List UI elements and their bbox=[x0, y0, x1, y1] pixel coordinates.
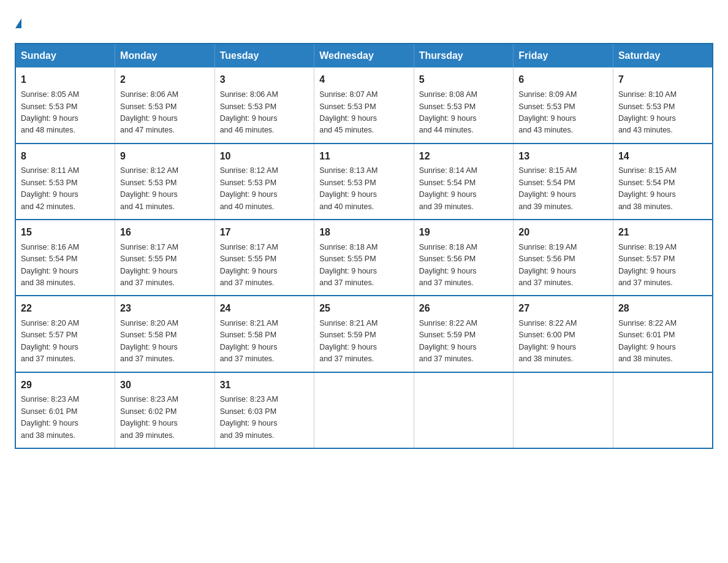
day-info: Sunrise: 8:16 AMSunset: 5:54 PMDaylight:… bbox=[21, 242, 110, 289]
calendar-cell: 4Sunrise: 8:07 AMSunset: 5:53 PMDaylight… bbox=[314, 67, 414, 143]
calendar-cell: 20Sunrise: 8:19 AMSunset: 5:56 PMDayligh… bbox=[514, 220, 613, 296]
day-info: Sunrise: 8:23 AMSunset: 6:03 PMDaylight:… bbox=[220, 394, 309, 442]
calendar-week-row: 15Sunrise: 8:16 AMSunset: 5:54 PMDayligh… bbox=[15, 220, 713, 296]
day-info: Sunrise: 8:09 AMSunset: 5:53 PMDaylight:… bbox=[518, 89, 608, 137]
weekday-header-tuesday: Tuesday bbox=[214, 44, 314, 67]
day-number: 20 bbox=[518, 225, 608, 240]
day-number: 26 bbox=[419, 301, 509, 316]
day-number: 10 bbox=[220, 149, 309, 164]
calendar-cell bbox=[314, 372, 414, 448]
day-number: 29 bbox=[21, 378, 110, 393]
calendar-cell: 15Sunrise: 8:16 AMSunset: 5:54 PMDayligh… bbox=[15, 220, 115, 296]
calendar-cell: 2Sunrise: 8:06 AMSunset: 5:53 PMDaylight… bbox=[115, 67, 215, 143]
logo-triangle bbox=[15, 18, 21, 28]
calendar-cell: 28Sunrise: 8:22 AMSunset: 6:01 PMDayligh… bbox=[613, 296, 713, 372]
day-number: 28 bbox=[618, 301, 707, 316]
day-number: 1 bbox=[21, 72, 110, 88]
page-header bbox=[15, 15, 713, 31]
calendar-table: SundayMondayTuesdayWednesdayThursdayFrid… bbox=[15, 43, 713, 448]
day-info: Sunrise: 8:18 AMSunset: 5:55 PMDaylight:… bbox=[319, 242, 409, 289]
day-info: Sunrise: 8:19 AMSunset: 5:56 PMDaylight:… bbox=[518, 242, 608, 289]
day-info: Sunrise: 8:18 AMSunset: 5:56 PMDaylight:… bbox=[419, 242, 509, 289]
day-number: 15 bbox=[21, 225, 110, 240]
day-info: Sunrise: 8:05 AMSunset: 5:53 PMDaylight:… bbox=[21, 89, 110, 137]
day-info: Sunrise: 8:20 AMSunset: 5:57 PMDaylight:… bbox=[21, 318, 110, 366]
calendar-cell: 31Sunrise: 8:23 AMSunset: 6:03 PMDayligh… bbox=[214, 372, 314, 448]
calendar-cell: 5Sunrise: 8:08 AMSunset: 5:53 PMDaylight… bbox=[414, 67, 514, 143]
day-number: 17 bbox=[220, 225, 309, 240]
calendar-cell: 3Sunrise: 8:06 AMSunset: 5:53 PMDaylight… bbox=[214, 67, 314, 143]
weekday-header-saturday: Saturday bbox=[613, 44, 713, 67]
calendar-cell: 19Sunrise: 8:18 AMSunset: 5:56 PMDayligh… bbox=[414, 220, 514, 296]
day-info: Sunrise: 8:23 AMSunset: 6:02 PMDaylight:… bbox=[120, 394, 210, 442]
calendar-cell: 7Sunrise: 8:10 AMSunset: 5:53 PMDaylight… bbox=[613, 67, 713, 143]
calendar-cell bbox=[514, 372, 613, 448]
day-number: 14 bbox=[618, 149, 707, 164]
day-number: 16 bbox=[120, 225, 210, 240]
calendar-cell: 21Sunrise: 8:19 AMSunset: 5:57 PMDayligh… bbox=[613, 220, 713, 296]
day-info: Sunrise: 8:06 AMSunset: 5:53 PMDaylight:… bbox=[120, 89, 210, 137]
weekday-header-friday: Friday bbox=[514, 44, 613, 67]
calendar-cell: 12Sunrise: 8:14 AMSunset: 5:54 PMDayligh… bbox=[414, 144, 514, 220]
day-info: Sunrise: 8:15 AMSunset: 5:54 PMDaylight:… bbox=[618, 165, 707, 213]
day-number: 9 bbox=[120, 149, 210, 164]
day-number: 4 bbox=[319, 72, 409, 88]
calendar-cell bbox=[414, 372, 514, 448]
calendar-body: 1Sunrise: 8:05 AMSunset: 5:53 PMDaylight… bbox=[15, 67, 713, 448]
calendar-cell: 22Sunrise: 8:20 AMSunset: 5:57 PMDayligh… bbox=[15, 296, 115, 372]
calendar-cell: 18Sunrise: 8:18 AMSunset: 5:55 PMDayligh… bbox=[314, 220, 414, 296]
day-info: Sunrise: 8:19 AMSunset: 5:57 PMDaylight:… bbox=[618, 242, 707, 289]
day-number: 13 bbox=[518, 149, 608, 164]
weekday-header-monday: Monday bbox=[115, 44, 215, 67]
day-number: 8 bbox=[21, 149, 110, 164]
day-info: Sunrise: 8:15 AMSunset: 5:54 PMDaylight:… bbox=[518, 165, 608, 213]
calendar-cell: 24Sunrise: 8:21 AMSunset: 5:58 PMDayligh… bbox=[214, 296, 314, 372]
day-number: 19 bbox=[419, 225, 509, 240]
day-number: 2 bbox=[120, 72, 210, 88]
calendar-week-row: 1Sunrise: 8:05 AMSunset: 5:53 PMDaylight… bbox=[15, 67, 713, 143]
day-number: 3 bbox=[220, 72, 309, 88]
calendar-cell: 27Sunrise: 8:22 AMSunset: 6:00 PMDayligh… bbox=[514, 296, 613, 372]
day-info: Sunrise: 8:17 AMSunset: 5:55 PMDaylight:… bbox=[220, 242, 309, 289]
day-number: 30 bbox=[120, 378, 210, 393]
day-number: 12 bbox=[419, 149, 509, 164]
day-info: Sunrise: 8:21 AMSunset: 5:58 PMDaylight:… bbox=[220, 318, 309, 366]
day-info: Sunrise: 8:11 AMSunset: 5:53 PMDaylight:… bbox=[21, 165, 110, 213]
calendar-cell: 30Sunrise: 8:23 AMSunset: 6:02 PMDayligh… bbox=[115, 372, 215, 448]
calendar-cell: 1Sunrise: 8:05 AMSunset: 5:53 PMDaylight… bbox=[15, 67, 115, 143]
day-info: Sunrise: 8:23 AMSunset: 6:01 PMDaylight:… bbox=[21, 394, 110, 442]
logo bbox=[15, 15, 22, 31]
calendar-cell: 14Sunrise: 8:15 AMSunset: 5:54 PMDayligh… bbox=[613, 144, 713, 220]
calendar-header: SundayMondayTuesdayWednesdayThursdayFrid… bbox=[15, 44, 713, 67]
day-info: Sunrise: 8:08 AMSunset: 5:53 PMDaylight:… bbox=[419, 89, 509, 137]
calendar-week-row: 22Sunrise: 8:20 AMSunset: 5:57 PMDayligh… bbox=[15, 296, 713, 372]
day-number: 27 bbox=[518, 301, 608, 316]
calendar-week-row: 8Sunrise: 8:11 AMSunset: 5:53 PMDaylight… bbox=[15, 144, 713, 220]
day-info: Sunrise: 8:14 AMSunset: 5:54 PMDaylight:… bbox=[419, 165, 509, 213]
calendar-cell: 16Sunrise: 8:17 AMSunset: 5:55 PMDayligh… bbox=[115, 220, 215, 296]
calendar-cell: 17Sunrise: 8:17 AMSunset: 5:55 PMDayligh… bbox=[214, 220, 314, 296]
calendar-cell: 26Sunrise: 8:22 AMSunset: 5:59 PMDayligh… bbox=[414, 296, 514, 372]
calendar-cell: 23Sunrise: 8:20 AMSunset: 5:58 PMDayligh… bbox=[115, 296, 215, 372]
weekday-header-thursday: Thursday bbox=[414, 44, 514, 67]
day-info: Sunrise: 8:07 AMSunset: 5:53 PMDaylight:… bbox=[319, 89, 409, 137]
calendar-cell: 25Sunrise: 8:21 AMSunset: 5:59 PMDayligh… bbox=[314, 296, 414, 372]
day-number: 23 bbox=[120, 301, 210, 316]
day-info: Sunrise: 8:20 AMSunset: 5:58 PMDaylight:… bbox=[120, 318, 210, 366]
day-number: 5 bbox=[419, 72, 509, 88]
calendar-cell: 11Sunrise: 8:13 AMSunset: 5:53 PMDayligh… bbox=[314, 144, 414, 220]
day-info: Sunrise: 8:13 AMSunset: 5:53 PMDaylight:… bbox=[319, 165, 409, 213]
calendar-cell: 10Sunrise: 8:12 AMSunset: 5:53 PMDayligh… bbox=[214, 144, 314, 220]
day-info: Sunrise: 8:10 AMSunset: 5:53 PMDaylight:… bbox=[618, 89, 707, 137]
weekday-header-sunday: Sunday bbox=[15, 44, 115, 67]
day-number: 6 bbox=[518, 72, 608, 88]
calendar-cell: 9Sunrise: 8:12 AMSunset: 5:53 PMDaylight… bbox=[115, 144, 215, 220]
day-info: Sunrise: 8:21 AMSunset: 5:59 PMDaylight:… bbox=[319, 318, 409, 366]
day-info: Sunrise: 8:22 AMSunset: 6:01 PMDaylight:… bbox=[618, 318, 707, 366]
day-number: 31 bbox=[220, 378, 309, 393]
calendar-cell bbox=[613, 372, 713, 448]
calendar-cell: 6Sunrise: 8:09 AMSunset: 5:53 PMDaylight… bbox=[514, 67, 613, 143]
calendar-cell: 8Sunrise: 8:11 AMSunset: 5:53 PMDaylight… bbox=[15, 144, 115, 220]
day-info: Sunrise: 8:06 AMSunset: 5:53 PMDaylight:… bbox=[220, 89, 309, 137]
day-number: 21 bbox=[618, 225, 707, 240]
